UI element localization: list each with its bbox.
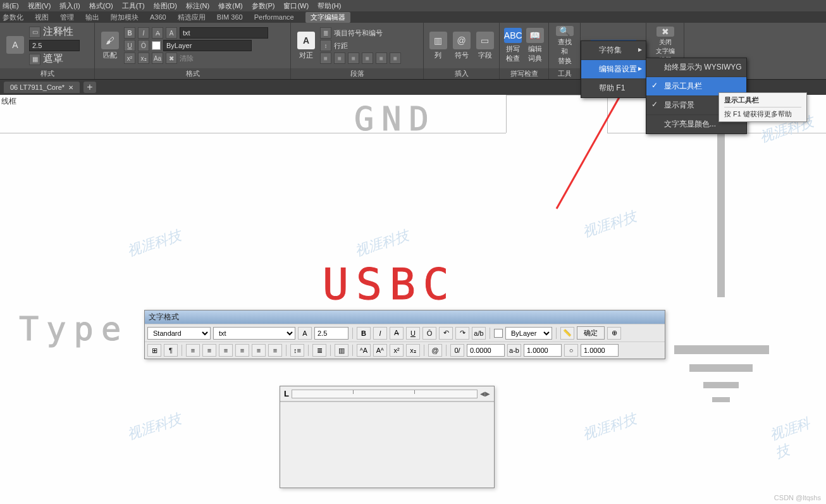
bullets-label[interactable]: 项目符号和编号 [334, 28, 383, 38]
menu-draw[interactable]: 绘图(D) [154, 1, 177, 11]
text-format-toolbar[interactable]: 文字格式 Standard txt A B I A̶ U Ō ↶ ↷ a/b B… [144, 310, 665, 359]
symbol-button[interactable]: @符号 [451, 27, 472, 65]
linespace-icon[interactable]: ↕ [320, 40, 331, 51]
close-icon[interactable]: ✕ [68, 84, 73, 91]
ax-btn[interactable]: ≡ [268, 344, 282, 357]
menu-insert[interactable]: 插入(I) [59, 1, 80, 11]
color-swatch-tb[interactable] [494, 329, 503, 338]
tab-addins[interactable]: 附加模块 [111, 13, 139, 22]
ad-btn[interactable]: ≡ [252, 344, 266, 357]
edit-dict-button[interactable]: 📖编辑 词典 [526, 27, 545, 65]
mtext-body[interactable] [280, 402, 494, 488]
al-btn[interactable]: ≡ [186, 344, 200, 357]
menu-edit[interactable]: 缉(E) [3, 1, 19, 11]
widthfactor-input[interactable] [581, 344, 619, 357]
doc-tab[interactable]: 06 LT7911_Core* ✕ [4, 82, 80, 93]
tab-view[interactable]: 视图 [35, 13, 49, 22]
bigA-button[interactable]: A对正 [295, 27, 317, 65]
menu-modify[interactable]: 修改(M) [218, 1, 243, 11]
text-height-input[interactable] [29, 40, 80, 51]
menu-editor-settings[interactable]: 编辑器设置 [581, 59, 646, 78]
num-btn[interactable]: ≣ [312, 344, 326, 357]
underline-btn[interactable]: U [406, 327, 420, 340]
oblique-input[interactable] [467, 344, 505, 357]
sup-btn[interactable]: x² [390, 344, 404, 357]
mtext-editor[interactable]: L ◀▶ [280, 386, 495, 488]
align-right-button[interactable]: ≡ [348, 52, 359, 64]
font-input[interactable] [180, 27, 268, 39]
height-input[interactable] [314, 327, 348, 340]
find-replace-button[interactable]: 🔍查找和 替换 [553, 27, 576, 65]
bullets-icon[interactable]: ≣ [320, 27, 331, 39]
tab-manage[interactable]: 管理 [60, 13, 74, 22]
field-button[interactable]: ▭字段 [474, 27, 495, 65]
underline-button[interactable]: U [124, 40, 135, 51]
redo-btn[interactable]: ↷ [455, 327, 469, 340]
case-button[interactable]: Aa [152, 52, 163, 64]
menu-window[interactable]: 窗口(W) [283, 1, 309, 11]
text-style-button[interactable]: A [4, 27, 27, 65]
annotative-toggle[interactable]: A [298, 327, 312, 340]
menu-help[interactable]: 帮助(H) [317, 1, 341, 11]
para-btn[interactable]: ¶ [164, 344, 178, 357]
ar-btn[interactable]: ≡ [219, 344, 233, 357]
tab-output[interactable]: 输出 [85, 13, 99, 22]
col-btn[interactable]: ▥ [335, 344, 348, 357]
overline-button[interactable]: Ō [138, 40, 149, 51]
menu-parametric[interactable]: 参数(P) [252, 1, 275, 11]
tracking-input[interactable] [524, 344, 562, 357]
linespace-label[interactable]: 行距 [334, 41, 348, 51]
subscript-button[interactable]: x₂ [138, 52, 149, 64]
color-select[interactable]: ByLayer [505, 327, 552, 340]
tab-text-editor[interactable]: 文字编辑器 [305, 12, 350, 23]
ucase-btn[interactable]: ᴬA [357, 344, 371, 357]
font-select[interactable]: txt [213, 327, 295, 340]
tab-parametric[interactable]: 参数化 [3, 13, 23, 22]
menu-view[interactable]: 视图(V) [28, 1, 51, 11]
menu-format[interactable]: 格式(O) [89, 1, 113, 11]
mask-icon[interactable]: ▦ [29, 54, 40, 65]
style-select[interactable]: Standard [147, 327, 211, 340]
menu-tools[interactable]: 工具(T) [122, 1, 145, 11]
bold-btn[interactable]: B [357, 327, 371, 340]
tab-bim360[interactable]: BIM 360 [217, 13, 243, 21]
strike-btn[interactable]: A̶ [390, 327, 404, 340]
align-left-button[interactable]: ≡ [320, 52, 331, 64]
sub-btn[interactable]: x₂ [406, 344, 420, 357]
strike-button[interactable]: A̶ [152, 27, 163, 39]
ruler-L-marker[interactable]: L [284, 389, 289, 398]
align-justify-button[interactable]: ≡ [362, 52, 373, 64]
columns-button[interactable]: ▥列 [428, 27, 448, 65]
menu-dimension[interactable]: 标注(N) [186, 1, 209, 11]
match-button[interactable]: 🖌匹配 [99, 27, 121, 65]
aj-btn[interactable]: ≡ [235, 344, 249, 357]
tab-a360[interactable]: A360 [150, 13, 166, 21]
lcase-btn[interactable]: Aᴬ [373, 344, 387, 357]
sub-wysiwyg[interactable]: 始终显示为 WYSIWYG [646, 58, 746, 77]
ruler-handle-icon[interactable]: ◀▶ [480, 390, 490, 397]
justify-btn[interactable]: ⊞ [147, 344, 161, 357]
italic-button[interactable]: I [138, 27, 149, 39]
tab-performance[interactable]: Performance [254, 13, 294, 21]
italic-btn[interactable]: I [373, 327, 387, 340]
superscript-button[interactable]: x² [124, 52, 135, 64]
stack-btn[interactable]: a/b [472, 327, 486, 340]
linesp-btn[interactable]: ↕≡ [290, 344, 304, 357]
align-default-button[interactable]: ≡ [390, 52, 401, 64]
menu-help-f1[interactable]: 帮助 F1 [581, 78, 646, 97]
ruler-btn[interactable]: 📏 [560, 327, 574, 340]
layer-color-input[interactable] [163, 40, 252, 51]
tab-featured[interactable]: 精选应用 [178, 13, 206, 22]
new-tab-button[interactable]: + [83, 82, 96, 93]
symbol-btn[interactable]: @ [428, 344, 442, 357]
undo-btn[interactable]: ↶ [439, 327, 453, 340]
align-dist-button[interactable]: ≡ [376, 52, 387, 64]
color-swatch[interactable] [152, 41, 161, 50]
options-btn[interactable]: ⊕ [607, 327, 621, 340]
ac-btn[interactable]: ≡ [202, 344, 216, 357]
align-center-button[interactable]: ≡ [334, 52, 345, 64]
menu-charset[interactable]: 字符集 [581, 41, 646, 59]
ok-button[interactable]: 确定 [577, 326, 605, 340]
clear-icon[interactable]: ✖ [166, 52, 177, 64]
bold-button[interactable]: B [124, 27, 135, 39]
